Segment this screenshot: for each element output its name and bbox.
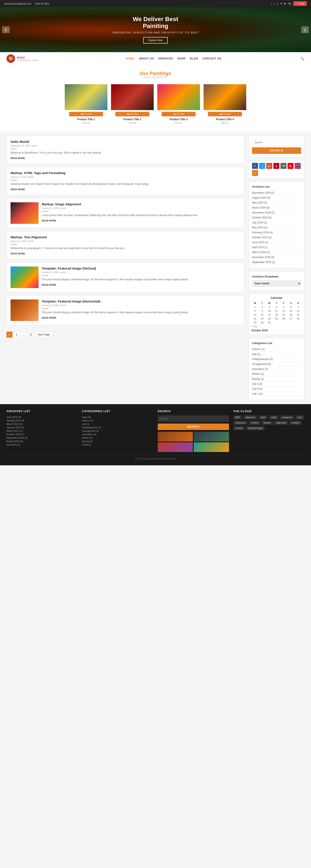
cal-nav-prev[interactable]: « Sep (251, 325, 257, 328)
list-item[interactable]: December 2018 (4) (252, 255, 301, 260)
add-to-cart-2[interactable]: Add To Cart (115, 112, 149, 116)
tag-embeds[interactable]: embeds (289, 421, 302, 425)
add-to-cart-1[interactable]: Add To Cart (69, 112, 103, 116)
tag-aside[interactable]: aside (258, 415, 268, 420)
list-item[interactable]: March 2012 (5) (6, 422, 78, 426)
next-page-button[interactable]: Next Page (35, 332, 53, 338)
hero-next-button[interactable]: ❯ (301, 26, 309, 33)
list-item[interactable]: April 2019 (1) (252, 245, 301, 250)
tag-categories[interactable]: categories (280, 415, 294, 420)
read-more-6[interactable]: READ MORE (42, 316, 56, 319)
explore-button[interactable]: Explore Now (143, 37, 167, 43)
list-item[interactable]: Asmodeus (2) (252, 367, 301, 372)
list-item[interactable]: October 2010 (1) (6, 433, 78, 436)
list-item[interactable]: arrangement (1) (82, 429, 153, 433)
list-item[interactable]: aciform (1) (82, 419, 153, 422)
ig-icon[interactable]: 📷 (288, 2, 291, 5)
cart-button[interactable]: 🛒 Cart (293, 1, 307, 6)
footer-search-button[interactable]: SEARCH (158, 424, 229, 430)
tag-audio[interactable]: audio (269, 415, 278, 420)
hero-prev-button[interactable]: ❮ (2, 26, 10, 33)
list-item[interactable]: Broder (4) (252, 372, 301, 377)
read-more-3[interactable]: READ MORE (42, 219, 56, 222)
list-item[interactable]: Aciform (1) (252, 347, 301, 352)
read-more-4[interactable]: READ MORE (10, 252, 25, 255)
list-item[interactable]: October 2019 (2) (252, 235, 301, 240)
sidebar-search-button[interactable]: SEARCH (252, 147, 301, 154)
archives-dropdown-select[interactable]: Select Month (252, 280, 301, 287)
list-item[interactable]: Arrangement (6) (252, 362, 301, 367)
tw-icon[interactable]: t (274, 2, 275, 5)
social-youtube[interactable]: ▶ (287, 163, 293, 169)
list-item[interactable]: Cat A (3) (252, 381, 301, 386)
nav-shop[interactable]: SHOP (177, 57, 185, 60)
list-item[interactable]: antiquarianism (1) (82, 426, 153, 429)
read-more-1[interactable]: READ MORE (10, 157, 25, 159)
list-item[interactable]: March 2019 (3) (252, 250, 301, 255)
list-item[interactable]: Sub (1) (252, 352, 301, 357)
tag-alignment[interactable]: alignment (243, 415, 257, 420)
list-item[interactable]: aaaa (4) (82, 415, 153, 419)
tag-excerpt[interactable]: excerpt (233, 426, 245, 430)
list-item[interactable]: border (2) (82, 436, 153, 439)
read-more-5[interactable]: READ MORE (42, 283, 56, 286)
social-googleplus[interactable]: g+ (266, 163, 272, 169)
page-2[interactable]: 2 (13, 332, 20, 338)
page-1[interactable]: 1 (6, 332, 12, 338)
social-pinterest[interactable]: p (273, 163, 279, 169)
em-icon[interactable]: ✉ (280, 2, 282, 5)
nav-home[interactable]: HOME (126, 57, 135, 60)
list-item[interactable]: February 2019 (4) (252, 230, 301, 235)
tag-comments[interactable]: comments (233, 421, 247, 425)
list-item[interactable]: Cat C (2) (252, 392, 301, 396)
list-item[interactable]: March 2020 (6) (252, 205, 301, 210)
list-item[interactable]: August 2020 (3) (252, 195, 301, 200)
social-twitter[interactable]: t (259, 163, 265, 169)
page-12[interactable]: 12 (28, 332, 34, 338)
nav-services[interactable]: SERVICES (159, 57, 173, 60)
list-item[interactable]: September 2018 (2) (252, 260, 301, 265)
list-item[interactable]: sub (1) (82, 422, 153, 426)
tag-8bit[interactable]: 8BIT (233, 415, 242, 420)
list-item[interactable]: Buying (1) (252, 377, 301, 381)
list-item[interactable]: June 2019 (4) (252, 240, 301, 245)
add-to-cart-4[interactable]: Add To Cart (208, 112, 242, 116)
nav-blog[interactable]: BLOG (190, 57, 198, 60)
list-item[interactable]: January 2013 (5) (6, 419, 78, 422)
list-item[interactable]: June 2018 (5) (6, 415, 78, 419)
pi-icon[interactable]: p (277, 2, 278, 5)
list-item[interactable]: buying (3) (82, 439, 153, 443)
list-item[interactable]: Antiquarianism (5) (252, 357, 301, 362)
tag-featuredimage[interactable]: featured image (246, 426, 265, 430)
list-item[interactable]: Cat A (1) (82, 443, 153, 446)
read-more-2[interactable]: READ MORE (10, 188, 25, 191)
list-item[interactable]: October 2019 (4) (252, 215, 301, 220)
list-item[interactable]: July 2019 (1) (252, 220, 301, 225)
list-item[interactable]: September 2010 (2) (6, 436, 78, 439)
tag-chat[interactable]: chat (296, 415, 304, 420)
nav-contact[interactable]: CONTACT US (203, 57, 221, 60)
fb-icon[interactable]: f (271, 2, 272, 5)
list-item[interactable]: March 2011 (1) (6, 429, 78, 433)
social-instagram[interactable]: 📷 (295, 163, 301, 169)
list-item[interactable]: December 2019 (2) (252, 210, 301, 215)
list-item[interactable]: May 2020 (5) (252, 200, 301, 205)
tag-dowork[interactable]: dowork (262, 421, 273, 425)
list-item[interactable]: November 2020 (2) (252, 190, 301, 195)
social-facebook[interactable]: f (252, 163, 258, 169)
yt-icon[interactable]: ▶ (284, 2, 286, 5)
social-email[interactable]: ✉ (280, 163, 286, 169)
add-to-cart-3[interactable]: Add To Cart (162, 112, 196, 116)
nav-search-icon[interactable]: 🔍 (300, 57, 305, 61)
tag-content[interactable]: content (249, 421, 260, 425)
tag-edgecase[interactable]: edge case (274, 421, 288, 425)
list-item[interactable]: July 2010 (1) (6, 443, 78, 446)
list-item[interactable]: Cat B (4) (252, 386, 301, 392)
list-item[interactable]: May 2019 (3) (252, 225, 301, 230)
list-item[interactable]: August 2010 (3) (6, 439, 78, 443)
list-item[interactable]: asmodeus (1) (82, 433, 153, 436)
sidebar-search-input[interactable] (252, 139, 301, 146)
social-extra[interactable]: + (252, 170, 258, 176)
list-item[interactable]: January 2012 (6) (6, 426, 78, 429)
footer-search-input[interactable] (158, 415, 229, 422)
